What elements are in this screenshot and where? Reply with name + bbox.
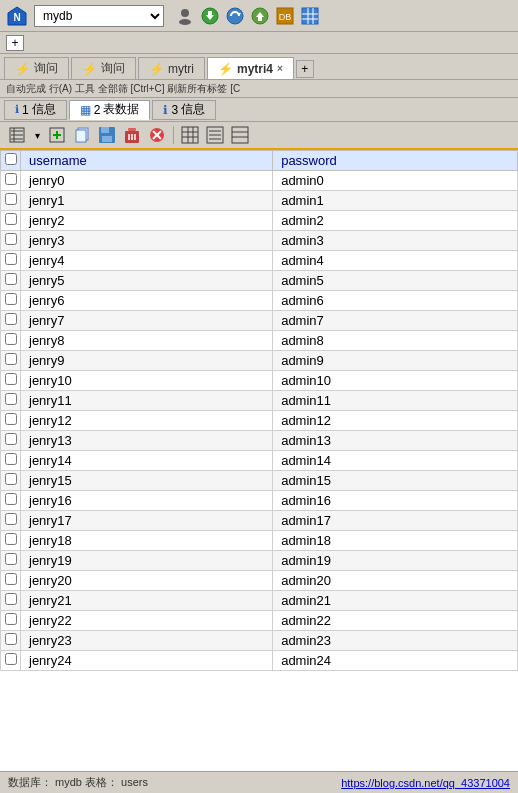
cell-username: jenry17: [21, 511, 273, 531]
row-checkbox-cell: [1, 331, 21, 351]
form-view-button[interactable]: [204, 124, 226, 146]
sub-tab-info3-label: 信息: [181, 101, 205, 118]
add-row-button[interactable]: [46, 124, 68, 146]
row-checkbox-cell: [1, 551, 21, 571]
tab-mytri-label: mytri: [168, 62, 194, 76]
row-checkbox[interactable]: [5, 233, 17, 245]
tab-mytri-icon: ⚡: [149, 62, 164, 76]
database-icon[interactable]: DB: [274, 5, 296, 27]
tab-mytri[interactable]: ⚡ mytri: [138, 57, 205, 79]
sub-tab-info3-icon: ℹ: [163, 103, 168, 117]
row-checkbox[interactable]: [5, 313, 17, 325]
table-area: username password jenry0admin0jenry1admi…: [0, 150, 518, 771]
db-select[interactable]: mydb: [34, 5, 164, 27]
table-row: jenry4admin4: [1, 251, 518, 271]
refresh-icon[interactable]: [224, 5, 246, 27]
row-checkbox-cell: [1, 431, 21, 451]
cell-password: admin14: [273, 451, 518, 471]
cell-username: jenry23: [21, 631, 273, 651]
row-checkbox[interactable]: [5, 493, 17, 505]
tab-add-button[interactable]: +: [296, 60, 314, 78]
sub-tab-tabledata[interactable]: ▦ 2 表数据: [69, 100, 151, 120]
person-icon[interactable]: [174, 5, 196, 27]
tab-query2[interactable]: ⚡ 询问: [71, 57, 136, 79]
row-checkbox[interactable]: [5, 413, 17, 425]
row-checkbox[interactable]: [5, 473, 17, 485]
table-row: jenry19admin19: [1, 551, 518, 571]
row-checkbox[interactable]: [5, 253, 17, 265]
cell-password: admin5: [273, 271, 518, 291]
row-checkbox[interactable]: [5, 653, 17, 665]
copy-row-button[interactable]: [71, 124, 93, 146]
cell-username: jenry9: [21, 351, 273, 371]
select-all-checkbox[interactable]: [5, 153, 17, 165]
svg-rect-33: [128, 128, 136, 131]
row-checkbox[interactable]: [5, 613, 17, 625]
row-checkbox[interactable]: [5, 193, 17, 205]
cell-username: jenry14: [21, 451, 273, 471]
breadcrumb: 自动完成 行(A) 工具 全部筛 [Ctrl+C] 刷新所有标签 [C: [0, 80, 518, 98]
row-checkbox[interactable]: [5, 513, 17, 525]
row-checkbox[interactable]: [5, 573, 17, 585]
svg-text:N: N: [13, 12, 20, 23]
dropdown-button[interactable]: ▾: [31, 124, 43, 146]
row-checkbox-cell: [1, 631, 21, 651]
row-checkbox[interactable]: [5, 373, 17, 385]
filter-button[interactable]: [6, 124, 28, 146]
cell-password: admin15: [273, 471, 518, 491]
sub-tab-row: ℹ 1 信息 ▦ 2 表数据 ℹ 3 信息: [0, 98, 518, 122]
row-checkbox[interactable]: [5, 293, 17, 305]
sub-tab-info1[interactable]: ℹ 1 信息: [4, 100, 67, 120]
row-checkbox[interactable]: [5, 553, 17, 565]
cell-username: jenry12: [21, 411, 273, 431]
new-tab-button[interactable]: +: [6, 35, 24, 51]
grid-view-button[interactable]: [179, 124, 201, 146]
list-view-button[interactable]: [229, 124, 251, 146]
row-checkbox[interactable]: [5, 433, 17, 445]
status-bar: 数据库： mydb 表格： users https://blog.csdn.ne…: [0, 771, 518, 793]
row-checkbox[interactable]: [5, 353, 17, 365]
row-checkbox[interactable]: [5, 633, 17, 645]
table-row: jenry8admin8: [1, 331, 518, 351]
table-row: jenry10admin10: [1, 371, 518, 391]
row-checkbox[interactable]: [5, 273, 17, 285]
cell-password: admin13: [273, 431, 518, 451]
cell-username: jenry19: [21, 551, 273, 571]
header-checkbox-cell: [1, 151, 21, 171]
row-checkbox[interactable]: [5, 213, 17, 225]
table-row: jenry16admin16: [1, 491, 518, 511]
table-row: jenry13admin13: [1, 431, 518, 451]
delete-button[interactable]: [121, 124, 143, 146]
row-checkbox[interactable]: [5, 533, 17, 545]
status-link[interactable]: https://blog.csdn.net/qq_43371004: [341, 777, 510, 789]
cell-password: admin18: [273, 531, 518, 551]
sub-tab-info3[interactable]: ℹ 3 信息: [152, 100, 216, 120]
cell-password: admin7: [273, 311, 518, 331]
grid-icon[interactable]: [299, 5, 321, 27]
download-green-icon[interactable]: [199, 5, 221, 27]
tab-mytri4[interactable]: ⚡ mytri4 ×: [207, 57, 294, 79]
save-button[interactable]: [96, 124, 118, 146]
table-row: jenry12admin12: [1, 411, 518, 431]
row-checkbox[interactable]: [5, 333, 17, 345]
cell-username: jenry6: [21, 291, 273, 311]
tab-mytri4-close[interactable]: ×: [277, 63, 283, 74]
cell-username: jenry2: [21, 211, 273, 231]
row-checkbox[interactable]: [5, 453, 17, 465]
table-row: jenry21admin21: [1, 591, 518, 611]
data-table: username password jenry0admin0jenry1admi…: [0, 150, 518, 671]
tab-query1[interactable]: ⚡ 询问: [4, 57, 69, 79]
upload-icon[interactable]: [249, 5, 271, 27]
cell-username: jenry16: [21, 491, 273, 511]
row-checkbox[interactable]: [5, 593, 17, 605]
cell-username: jenry22: [21, 611, 273, 631]
new-tab-bar: +: [0, 32, 518, 54]
row-checkbox[interactable]: [5, 393, 17, 405]
cell-password: admin11: [273, 391, 518, 411]
cell-password: admin3: [273, 231, 518, 251]
cancel-button[interactable]: [146, 124, 168, 146]
row-checkbox[interactable]: [5, 173, 17, 185]
tab-query1-icon: ⚡: [15, 62, 30, 76]
cell-username: jenry0: [21, 171, 273, 191]
cell-password: admin23: [273, 631, 518, 651]
